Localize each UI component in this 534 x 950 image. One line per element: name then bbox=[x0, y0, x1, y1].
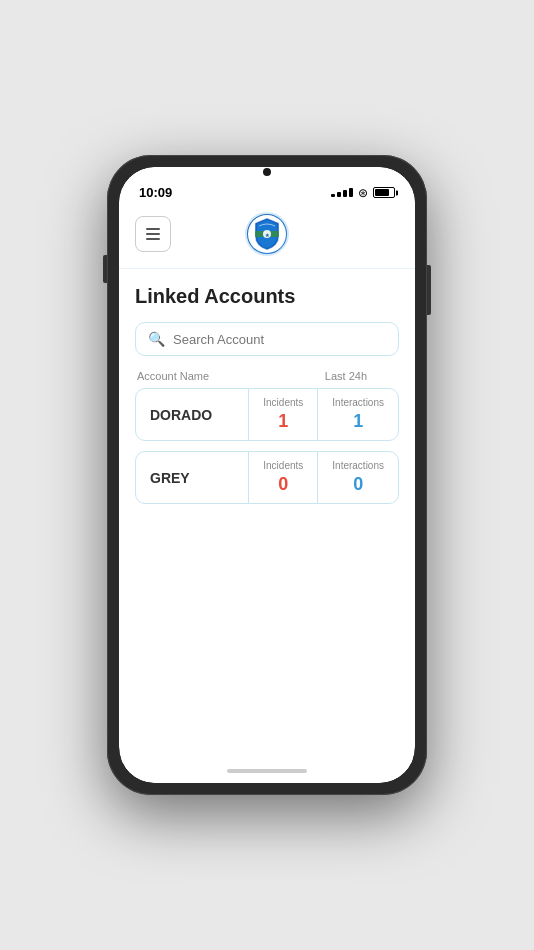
account-name-dorado: DORADO bbox=[136, 391, 248, 439]
account-row-dorado[interactable]: DORADO Incidents 1 Interactions 1 bbox=[135, 388, 399, 441]
account-row-grey[interactable]: GREY Incidents 0 Interactions 0 bbox=[135, 451, 399, 504]
search-icon: 🔍 bbox=[148, 331, 165, 347]
battery-fill bbox=[375, 189, 389, 196]
page-title: Linked Accounts bbox=[135, 285, 399, 308]
incidents-label-grey: Incidents bbox=[263, 460, 303, 471]
app-header: ★ bbox=[119, 204, 415, 269]
police-badge-logo: ★ bbox=[245, 212, 289, 256]
col-header-last24h: Last 24h bbox=[325, 370, 367, 382]
badge-svg: ★ bbox=[251, 216, 283, 252]
status-bar: 10:09 ⊛ bbox=[119, 177, 415, 204]
hamburger-icon bbox=[146, 228, 160, 240]
search-box[interactable]: 🔍 bbox=[135, 322, 399, 356]
camera-dot bbox=[263, 168, 271, 176]
interactions-value-dorado: 1 bbox=[353, 411, 363, 432]
interactions-cell-grey: Interactions 0 bbox=[317, 452, 398, 503]
account-name-grey: GREY bbox=[136, 454, 248, 502]
incidents-label-dorado: Incidents bbox=[263, 397, 303, 408]
main-content: Linked Accounts 🔍 Account Name Last 24h … bbox=[119, 269, 415, 759]
menu-button[interactable] bbox=[135, 216, 171, 252]
status-icons: ⊛ bbox=[331, 186, 395, 200]
search-input[interactable] bbox=[173, 332, 386, 347]
home-indicator bbox=[119, 759, 415, 783]
incidents-cell-grey: Incidents 0 bbox=[249, 452, 317, 503]
wifi-icon: ⊛ bbox=[358, 186, 368, 200]
interactions-label-dorado: Interactions bbox=[332, 397, 384, 408]
account-list: DORADO Incidents 1 Interactions 1 bbox=[135, 388, 399, 504]
incidents-value-dorado: 1 bbox=[278, 411, 288, 432]
incidents-value-grey: 0 bbox=[278, 474, 288, 495]
account-stats-grey: Incidents 0 Interactions 0 bbox=[248, 452, 398, 503]
col-header-account-name: Account Name bbox=[137, 370, 209, 382]
incidents-cell-dorado: Incidents 1 bbox=[249, 389, 317, 440]
battery-icon bbox=[373, 187, 395, 198]
phone-frame: 10:09 ⊛ bbox=[107, 155, 427, 795]
status-time: 10:09 bbox=[139, 185, 172, 200]
home-bar bbox=[227, 769, 307, 773]
camera-bar bbox=[119, 167, 415, 177]
phone-inner: 10:09 ⊛ bbox=[119, 167, 415, 783]
account-stats-dorado: Incidents 1 Interactions 1 bbox=[248, 389, 398, 440]
interactions-value-grey: 0 bbox=[353, 474, 363, 495]
interactions-label-grey: Interactions bbox=[332, 460, 384, 471]
signal-icon bbox=[331, 188, 353, 197]
logo-container: ★ bbox=[245, 212, 289, 256]
interactions-cell-dorado: Interactions 1 bbox=[317, 389, 398, 440]
screen: 10:09 ⊛ bbox=[119, 167, 415, 783]
column-headers: Account Name Last 24h bbox=[135, 370, 399, 382]
